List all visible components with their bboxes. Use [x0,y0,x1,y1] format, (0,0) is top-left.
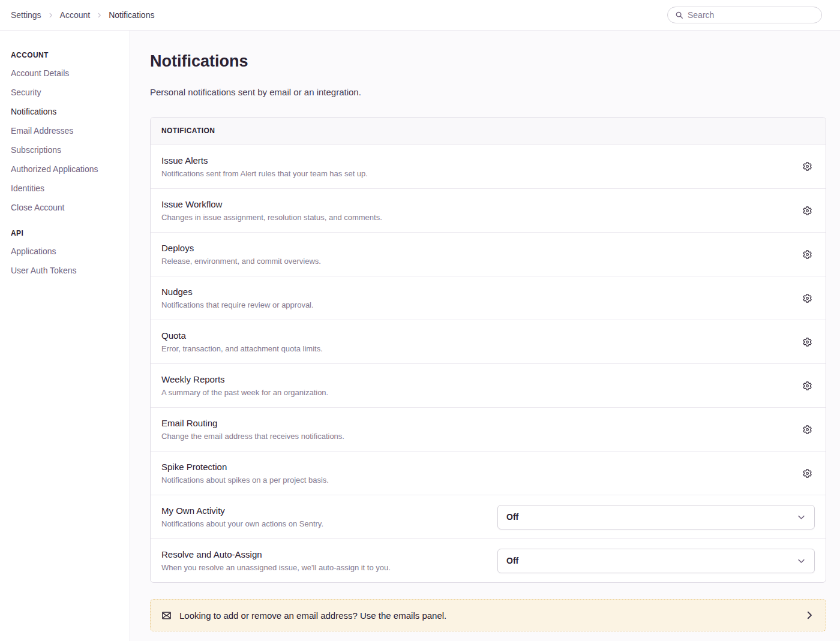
row-subtitle: Changes in issue assignment, resolution … [161,213,382,222]
notification-row-deploys: DeploysRelease, environment, and commit … [151,232,826,276]
row-subtitle: Release, environment, and commit overvie… [161,257,321,266]
breadcrumb-item-account[interactable]: Account [60,10,91,20]
notification-row-quota: QuotaError, transaction, and attachment … [151,320,826,363]
row-subtitle: When you resolve an unassigned issue, we… [161,563,391,572]
gear-icon[interactable] [800,335,815,350]
gear-icon[interactable] [800,291,815,306]
mail-icon [161,610,172,621]
sidebar-item-account-details[interactable]: Account Details [11,69,124,78]
row-title: Issue Workflow [161,199,382,209]
row-subtitle: Notifications sent from Alert rules that… [161,169,368,178]
page-description: Personal notifications sent by email or … [150,87,826,97]
row-title: Email Routing [161,418,344,428]
search-input[interactable] [688,10,814,20]
notification-row-issue-alerts: Issue AlertsNotifications sent from Aler… [151,145,826,188]
row-subtitle: Notifications about your own actions on … [161,519,323,528]
sidebar-section-header: ACCOUNT [11,51,124,59]
sidebar-item-applications[interactable]: Applications [11,247,124,256]
resolve-and-auto-assign-select[interactable]: Off [497,549,815,573]
sidebar-item-close-account[interactable]: Close Account [11,203,124,212]
notification-row-resolve-and-auto-assign: Resolve and Auto-AssignWhen you resolve … [151,538,826,582]
my-own-activity-select[interactable]: Off [497,505,815,529]
sidebar-section-api: APIApplicationsUser Auth Tokens [11,229,124,275]
row-title: Deploys [161,243,321,253]
notification-row-my-own-activity: My Own ActivityNotifications about your … [151,495,826,538]
search-box[interactable] [667,7,822,23]
select-value: Off [506,556,518,565]
top-bar: SettingsAccountNotifications [0,0,840,31]
main-content: Notifications Personal notifications sen… [130,31,840,641]
gear-icon[interactable] [800,466,815,481]
search-icon [675,11,683,19]
breadcrumb: SettingsAccountNotifications [11,10,154,20]
gear-icon[interactable] [800,422,815,437]
notification-row-email-routing: Email RoutingChange the email address th… [151,407,826,451]
notification-row-spike-protection: Spike ProtectionNotifications about spik… [151,451,826,495]
sidebar-item-security[interactable]: Security [11,88,124,97]
sidebar-item-subscriptions[interactable]: Subscriptions [11,146,124,155]
sidebar-item-identities[interactable]: Identities [11,184,124,193]
breadcrumb-item-notifications: Notifications [109,10,154,20]
sidebar-section-account: ACCOUNTAccount DetailsSecurityNotificati… [11,51,124,212]
gear-icon[interactable] [800,203,815,218]
gear-icon[interactable] [800,247,815,262]
breadcrumb-separator-icon [47,12,54,19]
row-title: Quota [161,330,323,341]
row-title: Issue Alerts [161,155,368,165]
select-value: Off [506,512,518,522]
gear-icon[interactable] [800,159,815,174]
chevron-down-icon [797,513,806,522]
row-subtitle: Notifications about spikes on a per proj… [161,476,329,484]
page-title: Notifications [150,52,826,71]
row-title: Resolve and Auto-Assign [161,549,391,559]
notification-row-weekly-reports: Weekly ReportsA summary of the past week… [151,363,826,407]
breadcrumb-separator-icon [96,12,103,19]
panel-header: NOTIFICATION [151,118,826,145]
sidebar-item-authorized-applications[interactable]: Authorized Applications [11,165,124,174]
row-title: Spike Protection [161,462,329,472]
sidebar-item-notifications[interactable]: Notifications [11,107,124,116]
chevron-right-icon[interactable] [804,610,815,621]
row-subtitle: A summary of the past week for an organi… [161,388,328,397]
chevron-down-icon [797,556,806,565]
notifications-panel: NOTIFICATION Issue AlertsNotifications s… [150,117,826,583]
row-subtitle: Change the email address that receives n… [161,432,344,441]
breadcrumb-item-settings[interactable]: Settings [11,10,41,20]
sidebar-item-user-auth-tokens[interactable]: User Auth Tokens [11,266,124,275]
row-subtitle: Error, transaction, and attachment quota… [161,344,323,353]
row-title: My Own Activity [161,505,323,516]
row-subtitle: Notifications that require review or app… [161,300,314,309]
gear-icon[interactable] [800,378,815,393]
row-title: Weekly Reports [161,374,328,384]
settings-sidebar: ACCOUNTAccount DetailsSecurityNotificati… [0,31,130,641]
row-title: Nudges [161,287,314,297]
notification-row-nudges: NudgesNotifications that require review … [151,276,826,320]
emails-panel-banner[interactable]: Looking to add or remove an email addres… [150,599,826,631]
sidebar-section-header: API [11,229,124,237]
sidebar-item-email-addresses[interactable]: Email Addresses [11,127,124,136]
notification-row-issue-workflow: Issue WorkflowChanges in issue assignmen… [151,188,826,232]
banner-text: Looking to add or remove an email addres… [179,610,446,621]
